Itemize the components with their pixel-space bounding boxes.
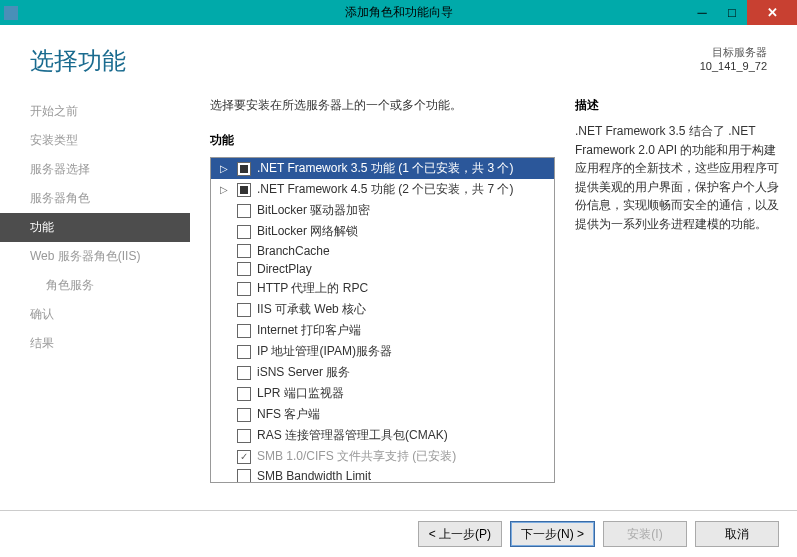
feature-checkbox[interactable]: [237, 282, 251, 296]
feature-item[interactable]: NFS 客户端: [211, 404, 554, 425]
maximize-button[interactable]: □: [717, 0, 747, 25]
feature-checkbox[interactable]: [237, 324, 251, 338]
feature-label: IIS 可承载 Web 核心: [257, 301, 366, 318]
feature-label: SMB Bandwidth Limit: [257, 469, 371, 483]
sidebar-item-7[interactable]: 确认: [0, 300, 190, 329]
sidebar-item-8[interactable]: 结果: [0, 329, 190, 358]
next-button[interactable]: 下一步(N) >: [510, 521, 595, 547]
description-text: .NET Framework 3.5 结合了 .NET Framework 2.…: [575, 122, 785, 234]
feature-checkbox[interactable]: [237, 262, 251, 276]
install-button[interactable]: 安装(I): [603, 521, 687, 547]
feature-label: DirectPlay: [257, 262, 312, 276]
sidebar-item-1[interactable]: 安装类型: [0, 126, 190, 155]
feature-item[interactable]: SMB 1.0/CIFS 文件共享支持 (已安装): [211, 446, 554, 467]
feature-checkbox[interactable]: [237, 303, 251, 317]
feature-label: .NET Framework 3.5 功能 (1 个已安装，共 3 个): [257, 160, 513, 177]
feature-checkbox[interactable]: [237, 408, 251, 422]
feature-item[interactable]: BitLocker 驱动器加密: [211, 200, 554, 221]
feature-item[interactable]: iSNS Server 服务: [211, 362, 554, 383]
feature-checkbox[interactable]: [237, 225, 251, 239]
description-label: 描述: [575, 97, 785, 114]
feature-item[interactable]: LPR 端口监视器: [211, 383, 554, 404]
feature-item[interactable]: BranchCache: [211, 242, 554, 260]
feature-label: SMB 1.0/CIFS 文件共享支持 (已安装): [257, 448, 456, 465]
feature-label: IP 地址管理(IPAM)服务器: [257, 343, 392, 360]
features-listbox[interactable]: ▷.NET Framework 3.5 功能 (1 个已安装，共 3 个)▷.N…: [210, 157, 555, 483]
feature-checkbox[interactable]: [237, 183, 251, 197]
target-server-label: 目标服务器: [700, 45, 767, 60]
feature-label: .NET Framework 4.5 功能 (2 个已安装，共 7 个): [257, 181, 513, 198]
feature-label: BitLocker 网络解锁: [257, 223, 358, 240]
feature-checkbox[interactable]: [237, 244, 251, 258]
feature-checkbox[interactable]: [237, 387, 251, 401]
page-title: 选择功能: [30, 45, 126, 77]
feature-checkbox: [237, 450, 251, 464]
sidebar-item-4[interactable]: 功能: [0, 213, 190, 242]
feature-label: BranchCache: [257, 244, 330, 258]
feature-item[interactable]: IP 地址管理(IPAM)服务器: [211, 341, 554, 362]
feature-item[interactable]: RAS 连接管理器管理工具包(CMAK): [211, 425, 554, 446]
minimize-button[interactable]: ─: [687, 0, 717, 25]
feature-item[interactable]: HTTP 代理上的 RPC: [211, 278, 554, 299]
feature-item[interactable]: SMB Bandwidth Limit: [211, 467, 554, 483]
sidebar-item-2[interactable]: 服务器选择: [0, 155, 190, 184]
expander-icon[interactable]: ▷: [217, 162, 231, 176]
wizard-sidebar: 开始之前安装类型服务器选择服务器角色功能Web 服务器角色(IIS)角色服务确认…: [0, 85, 190, 510]
sidebar-item-6[interactable]: 角色服务: [0, 271, 190, 300]
instruction-text: 选择要安装在所选服务器上的一个或多个功能。: [210, 97, 555, 114]
feature-checkbox[interactable]: [237, 162, 251, 176]
close-button[interactable]: ✕: [747, 0, 797, 25]
button-bar: < 上一步(P) 下一步(N) > 安装(I) 取消: [0, 510, 797, 557]
window-title: 添加角色和功能向导: [345, 4, 453, 21]
feature-label: LPR 端口监视器: [257, 385, 344, 402]
feature-item[interactable]: BitLocker 网络解锁: [211, 221, 554, 242]
feature-checkbox[interactable]: [237, 366, 251, 380]
feature-label: BitLocker 驱动器加密: [257, 202, 370, 219]
features-section-label: 功能: [210, 132, 555, 149]
feature-item[interactable]: Internet 打印客户端: [211, 320, 554, 341]
sidebar-item-0[interactable]: 开始之前: [0, 97, 190, 126]
feature-label: HTTP 代理上的 RPC: [257, 280, 368, 297]
titlebar: 添加角色和功能向导 ─ □ ✕: [0, 0, 797, 25]
cancel-button[interactable]: 取消: [695, 521, 779, 547]
app-icon: [4, 6, 18, 20]
feature-item[interactable]: IIS 可承载 Web 核心: [211, 299, 554, 320]
feature-label: NFS 客户端: [257, 406, 320, 423]
expander-icon[interactable]: ▷: [217, 183, 231, 197]
feature-item[interactable]: ▷.NET Framework 4.5 功能 (2 个已安装，共 7 个): [211, 179, 554, 200]
feature-label: iSNS Server 服务: [257, 364, 350, 381]
feature-label: RAS 连接管理器管理工具包(CMAK): [257, 427, 448, 444]
feature-item[interactable]: ▷.NET Framework 3.5 功能 (1 个已安装，共 3 个): [211, 158, 554, 179]
feature-checkbox[interactable]: [237, 204, 251, 218]
prev-button[interactable]: < 上一步(P): [418, 521, 502, 547]
sidebar-item-3[interactable]: 服务器角色: [0, 184, 190, 213]
target-server-value: 10_141_9_72: [700, 60, 767, 72]
feature-checkbox[interactable]: [237, 469, 251, 483]
feature-checkbox[interactable]: [237, 345, 251, 359]
target-server-info: 目标服务器 10_141_9_72: [700, 45, 767, 72]
feature-label: Internet 打印客户端: [257, 322, 361, 339]
sidebar-item-5[interactable]: Web 服务器角色(IIS): [0, 242, 190, 271]
feature-item[interactable]: DirectPlay: [211, 260, 554, 278]
feature-checkbox[interactable]: [237, 429, 251, 443]
